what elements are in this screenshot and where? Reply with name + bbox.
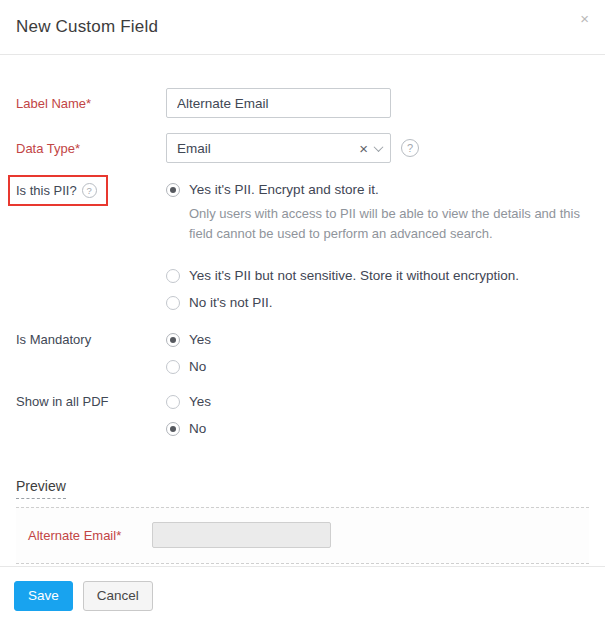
data-type-label: Data Type* — [16, 141, 166, 156]
data-type-value: Email — [177, 141, 359, 156]
is-mandatory-option-no[interactable]: No — [166, 359, 211, 374]
is-mandatory-row: Is Mandatory Yes No — [16, 332, 589, 374]
radio-icon[interactable] — [166, 296, 180, 310]
close-icon[interactable]: × — [580, 11, 589, 26]
show-in-pdf-option-no[interactable]: No — [166, 421, 211, 436]
data-type-row: Data Type* Email × ? — [16, 133, 589, 163]
is-mandatory-no-label: No — [189, 359, 206, 374]
preview-field-input — [152, 522, 331, 548]
data-type-select[interactable]: Email × — [166, 133, 391, 163]
new-custom-field-dialog: New Custom Field × Label Name* Data Type… — [0, 0, 605, 625]
pii-option-not-pii[interactable]: No it's not PII. — [166, 295, 587, 310]
save-button[interactable]: Save — [14, 581, 73, 611]
label-name-row: Label Name* — [16, 88, 589, 118]
show-in-pdf-radio-group: Yes No — [166, 394, 211, 436]
dialog-header: New Custom Field — [0, 0, 605, 55]
pii-option-encrypt-label: Yes it's PII. Encrypt and store it. — [189, 182, 379, 197]
radio-icon[interactable] — [166, 333, 180, 347]
pii-radio-group: Yes it's PII. Encrypt and store it. Only… — [166, 175, 587, 310]
show-in-pdf-option-yes[interactable]: Yes — [166, 394, 211, 409]
show-in-pdf-label: Show in all PDF — [16, 394, 166, 409]
is-mandatory-option-yes[interactable]: Yes — [166, 332, 211, 347]
show-in-pdf-no-label: No — [189, 421, 206, 436]
pii-option-not-sensitive[interactable]: Yes it's PII but not sensitive. Store it… — [166, 268, 587, 283]
is-mandatory-yes-label: Yes — [189, 332, 211, 347]
pii-help-icon[interactable]: ? — [82, 183, 97, 198]
cancel-button[interactable]: Cancel — [83, 581, 153, 611]
preview-heading: Preview — [16, 478, 66, 499]
pii-option-encrypt[interactable]: Yes it's PII. Encrypt and store it. — [166, 182, 587, 197]
label-name-input[interactable] — [166, 88, 391, 118]
show-in-pdf-row: Show in all PDF Yes No — [16, 394, 589, 436]
pii-row: Is this PII? ? Yes it's PII. Encrypt and… — [16, 175, 589, 310]
data-type-help-icon[interactable]: ? — [401, 139, 419, 157]
is-mandatory-radio-group: Yes No — [166, 332, 211, 374]
radio-icon[interactable] — [166, 395, 180, 409]
radio-icon[interactable] — [166, 269, 180, 283]
pii-label: Is this PII? — [16, 183, 77, 198]
radio-icon[interactable] — [166, 422, 180, 436]
pii-option-encrypt-description: Only users with access to PII will be ab… — [189, 204, 587, 244]
preview-panel: Alternate Email* — [16, 507, 589, 564]
clear-icon[interactable]: × — [359, 141, 368, 156]
pii-label-highlight-box: Is this PII? ? — [8, 175, 108, 206]
label-name-label: Label Name* — [16, 96, 166, 111]
pii-option-not-sensitive-label: Yes it's PII but not sensitive. Store it… — [189, 268, 519, 283]
chevron-down-icon[interactable] — [374, 142, 384, 152]
dialog-body: Label Name* Data Type* Email × ? Is this… — [0, 88, 605, 564]
preview-field-label: Alternate Email* — [28, 528, 152, 543]
pii-option-not-pii-label: No it's not PII. — [189, 295, 273, 310]
dialog-title: New Custom Field — [16, 17, 158, 37]
radio-icon[interactable] — [166, 360, 180, 374]
dialog-footer: Save Cancel — [0, 566, 605, 625]
is-mandatory-label: Is Mandatory — [16, 332, 166, 347]
show-in-pdf-yes-label: Yes — [189, 394, 211, 409]
radio-icon[interactable] — [166, 183, 180, 197]
